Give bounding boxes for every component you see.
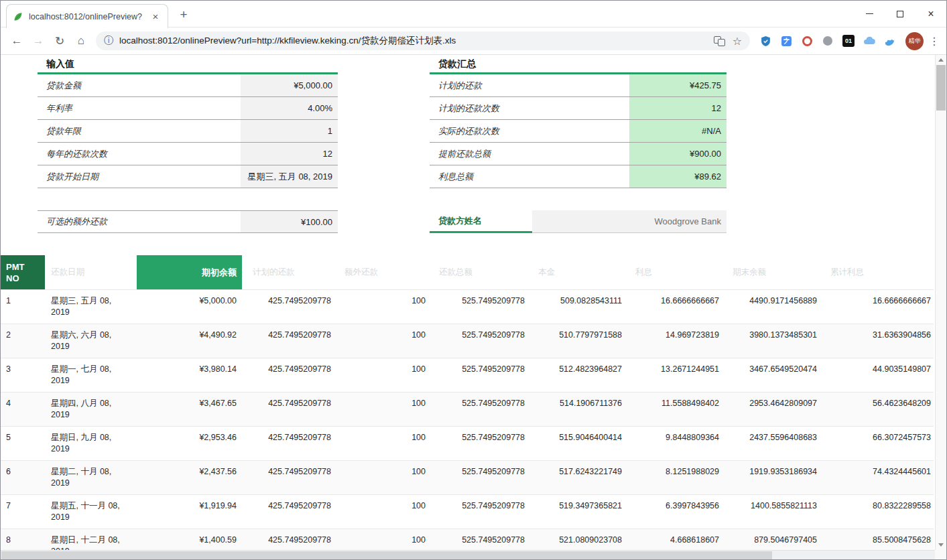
schedule-row: 6星期二, 十月 08, 2019¥2,437.56425.7495209778…	[1, 461, 934, 495]
schedule-row: 7星期五, 十一月 08, 2019¥1,919.94425.749520977…	[1, 495, 934, 529]
page-info-icon[interactable]: ⓘ	[104, 35, 113, 47]
schedule-cell: 519.3497365821	[527, 495, 625, 517]
shield-extension-icon[interactable]	[759, 35, 771, 47]
schedule-row: 4星期四, 八月 08, 2019¥3,467.65425.7495209778…	[1, 393, 934, 427]
input-row: 贷款金额¥5,000.00	[38, 74, 338, 97]
schedule-cell: 星期六, 六月 08, 2019	[45, 324, 137, 358]
schedule-cell: 3	[1, 358, 45, 380]
inputs-rows: 贷款金额¥5,000.00年利率4.00%贷款年限1每年的还款次数12贷款开始日…	[38, 74, 338, 188]
schedule-cell: ¥2,953.46	[137, 427, 242, 449]
maximize-icon	[897, 11, 903, 17]
address-bar[interactable]: ⓘ localhost:8012/onlinePreview?url=http:…	[96, 31, 750, 50]
input-row: 贷款开始日期星期三, 五月 08, 2019	[38, 165, 338, 188]
schedule-header-cell: PMT NO	[1, 255, 45, 289]
summary-row-label: 实际的还款次数	[430, 120, 629, 142]
schedule-cell: 16.6666666667	[820, 290, 934, 312]
schedule-cell: 13.2671244951	[625, 358, 722, 380]
schedule-cell: 425.7495209778	[242, 393, 334, 415]
schedule-cell: 525.7495209778	[428, 290, 527, 312]
schedule-cell: ¥5,000.00	[137, 290, 242, 312]
schedule-cell: 2437.5596408683	[722, 427, 820, 449]
browser-menu-icon[interactable]: ⋮	[928, 35, 941, 48]
schedule-cell: 4490.9171456889	[722, 290, 820, 312]
navigation-bar: ← → ↻ ⌂ ⓘ localhost:8012/onlinePreview?u…	[1, 27, 946, 55]
close-button[interactable]: ×	[916, 1, 946, 27]
titlebar: localhost:8012/onlinePreview? × + ×	[1, 1, 946, 27]
reload-button[interactable]: ↻	[49, 30, 70, 52]
schedule-header-cell: 本金	[527, 255, 625, 289]
forward-button[interactable]: →	[27, 30, 49, 52]
schedule-cell: 517.6243221749	[527, 461, 625, 483]
summary-row-label: 利息总额	[430, 165, 629, 188]
translate-extension-icon[interactable]	[780, 35, 792, 47]
schedule-cell: 512.4823964827	[527, 358, 625, 380]
schedule-cell: 11.5588498402	[625, 393, 722, 415]
bookmark-star-icon[interactable]: ☆	[733, 35, 742, 48]
scroll-down-button[interactable]	[936, 540, 946, 550]
schedule-row: 5星期日, 九月 08, 2019¥2,953.46425.7495209778…	[1, 427, 934, 461]
extra-payment-row: 可选的额外还款 ¥100.00	[38, 210, 338, 233]
schedule-cell: 9.8448809364	[625, 427, 722, 449]
summary-row-label: 计划的还款	[430, 74, 629, 96]
schedule-cell: 521.0809023708	[527, 529, 625, 551]
cloud-extension-icon[interactable]	[863, 35, 875, 47]
counter-extension-icon[interactable]: 01	[842, 35, 855, 47]
schedule-header-cell: 期初余额	[137, 255, 242, 289]
input-row-value: 12	[241, 143, 338, 165]
amortization-table-header: PMT NO还款日期期初余额计划的还款额外还款还款总额本金利息期末余额累计利息	[1, 255, 934, 290]
schedule-cell: 425.7495209778	[242, 290, 334, 312]
home-button[interactable]: ⌂	[70, 30, 92, 52]
maximize-button[interactable]	[885, 1, 916, 27]
schedule-cell: 425.7495209778	[242, 461, 334, 483]
schedule-cell: 100	[334, 324, 428, 346]
schedule-cell: 74.4324445601	[820, 461, 934, 483]
minimize-icon	[866, 13, 873, 14]
gray-dot-shape	[823, 36, 832, 46]
summary-row-value: #N/A	[629, 120, 727, 142]
schedule-cell: ¥2,437.56	[137, 461, 242, 483]
schedule-cell: 14.969723819	[625, 324, 722, 346]
minimize-button[interactable]	[854, 1, 885, 27]
browser-tab[interactable]: localhost:8012/onlinePreview? ×	[6, 4, 168, 28]
schedule-cell: 6	[1, 461, 45, 483]
summary-row: 实际的还款次数#N/A	[430, 120, 727, 143]
translate-page-icon[interactable]	[714, 36, 725, 46]
schedule-cell: 510.7797971588	[527, 324, 625, 346]
ring-extension-icon[interactable]	[801, 35, 813, 47]
translate-box-front	[718, 39, 725, 46]
schedule-cell: ¥1,400.59	[137, 529, 242, 551]
inputs-section: 输入值 贷款金额¥5,000.00年利率4.00%贷款年限1每年的还款次数12贷…	[38, 56, 338, 233]
summary-row-value: 12	[629, 97, 727, 119]
input-row-label: 贷款金额	[38, 74, 241, 96]
lender-label: 贷款方姓名	[430, 210, 532, 233]
summary-row: 利息总额¥89.62	[430, 165, 727, 188]
schedule-header-cell: 还款日期	[45, 255, 137, 289]
schedule-cell: 879.5046797405	[722, 529, 820, 551]
input-row: 贷款年限1	[38, 120, 338, 143]
input-row-value: 1	[241, 120, 338, 142]
profile-avatar[interactable]: 精华	[905, 32, 924, 50]
url-text[interactable]: localhost:8012/onlinePreview?url=http://…	[119, 35, 706, 47]
summary-row: 计划的还款次数12	[430, 97, 727, 120]
scroll-up-button[interactable]	[936, 55, 946, 65]
schedule-cell: ¥3,467.65	[137, 393, 242, 415]
schedule-cell: 8.1251988029	[625, 461, 722, 483]
schedule-cell: 514.1906711376	[527, 393, 625, 415]
back-button[interactable]: ←	[6, 30, 27, 52]
close-icon: ×	[928, 9, 934, 19]
schedule-cell: ¥3,980.14	[137, 358, 242, 380]
gray-extension-icon[interactable]	[822, 35, 834, 47]
schedule-cell: 4.668618607	[625, 529, 722, 551]
bird-extension-icon[interactable]	[884, 35, 896, 47]
schedule-cell: 星期五, 十一月 08, 2019	[45, 495, 137, 529]
new-tab-button[interactable]: +	[175, 6, 192, 23]
vertical-scrollbar-thumb[interactable]	[936, 65, 946, 111]
summary-row: 计划的还款¥425.75	[430, 74, 727, 97]
horizontal-scrollbar-thumb[interactable]	[1, 551, 772, 559]
schedule-cell: 1400.5855821113	[722, 495, 820, 517]
tab-close-icon[interactable]: ×	[149, 11, 162, 23]
schedule-cell: 3467.6549520474	[722, 358, 820, 380]
horizontal-scrollbar[interactable]	[1, 550, 946, 559]
input-row-value: ¥5,000.00	[241, 74, 338, 96]
vertical-scrollbar[interactable]	[935, 55, 946, 550]
